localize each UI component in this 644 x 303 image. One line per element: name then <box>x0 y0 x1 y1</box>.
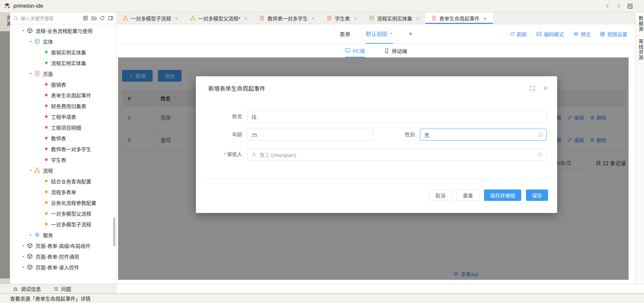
doc-tab-label: 一对多模型子流程 <box>131 15 171 22</box>
cube-icon <box>27 243 33 249</box>
tab-form[interactable]: 表单 <box>339 24 350 44</box>
close-tab-icon[interactable]: × <box>484 15 487 21</box>
page-dot-icon <box>45 104 48 107</box>
tree-item[interactable]: 报销实例实体集 <box>10 47 116 57</box>
new-folder-icon[interactable] <box>91 15 97 21</box>
caret-right-icon[interactable] <box>29 233 33 237</box>
caret-down-icon[interactable] <box>29 40 33 43</box>
close-tab-icon[interactable]: × <box>416 15 419 21</box>
tree-item[interactable]: 流程-业务流程配置与使用 <box>10 25 116 36</box>
tree-item[interactable]: 财务费用归集表 <box>10 100 116 111</box>
sidebar-search-row: 输入关键字搜索 <box>10 12 116 24</box>
approver-label: *审批人 <box>196 148 242 161</box>
age-label: 年龄 <box>196 129 242 141</box>
debug-info-button[interactable]: 调试信息 <box>13 285 41 292</box>
tree-item[interactable]: 服务 <box>10 229 116 240</box>
view-settings-button[interactable]: 视图设置 <box>600 31 627 38</box>
close-tab-icon[interactable]: × <box>354 15 357 21</box>
caret-down-icon[interactable] <box>21 29 25 33</box>
tree-item[interactable]: 页面-表单-录入控件 <box>10 262 116 272</box>
save-and-continue-button[interactable]: 保存并继续 <box>484 189 521 201</box>
doc-tab-label: 一对多模型父流程* <box>198 15 240 22</box>
fullscreen-icon[interactable] <box>530 85 535 91</box>
doc-tab[interactable]: 流程实例实体集 × <box>363 12 425 24</box>
tree-item[interactable]: 教师表一对多学生 <box>10 143 116 154</box>
tree-item-label: 服务 <box>43 231 53 239</box>
name-field[interactable] <box>247 111 547 123</box>
approver-field[interactable] <box>247 148 547 161</box>
close-tab-icon[interactable]: × <box>312 15 315 21</box>
code-mode-button[interactable]: 编码模式 <box>536 31 564 38</box>
tree-item[interactable]: 页面-表单-控件通用 <box>10 251 116 262</box>
caret-down-icon[interactable] <box>29 72 33 76</box>
search-input[interactable]: 输入关键字搜索 <box>21 15 83 21</box>
tree-item-label: 一对多模型父流程 <box>51 210 91 217</box>
close-tab-icon[interactable]: × <box>245 15 248 21</box>
tree-item[interactable]: 实体 <box>10 36 116 47</box>
tree-item-label: 报销表 <box>51 81 66 88</box>
caret-down-icon[interactable] <box>21 265 25 269</box>
reset-button[interactable]: 重置 <box>457 189 479 201</box>
tree-item[interactable]: 学生表 <box>10 154 116 165</box>
back-chevron-icon[interactable] <box>605 3 610 9</box>
tree-item[interactable]: 页面-表单-高级/布局组件 <box>10 240 116 251</box>
doc-tab[interactable]: 学生表 × <box>321 12 363 24</box>
bottom-strip: 调试信息 问题 <box>0 284 644 293</box>
forward-chevron-icon[interactable] <box>616 3 622 9</box>
doc-tab[interactable]: 一对多模型子流程 × <box>117 12 184 24</box>
preview-button[interactable]: 预览 <box>573 31 591 38</box>
sidebar-scrollbar[interactable] <box>113 217 115 246</box>
clear-field-icon[interactable] <box>538 132 543 137</box>
save-button[interactable]: 保存 <box>526 189 548 201</box>
caret-right-icon[interactable] <box>21 255 25 258</box>
tree-item[interactable]: 流程实例实体集 <box>10 57 116 68</box>
tab-pc[interactable]: PC端 <box>345 44 365 57</box>
tree-item[interactable]: 一对多模型父流程 <box>10 208 116 219</box>
device-tab-bar: PC端 移动端 <box>117 44 635 57</box>
tree-item[interactable]: 结合业务查询配置 <box>10 176 116 186</box>
tree-item[interactable]: 工程项目明细 <box>10 122 116 133</box>
cancel-button[interactable]: 取消 <box>429 189 452 201</box>
gear-icon <box>34 232 40 238</box>
code-icon <box>536 31 542 37</box>
doc-tab[interactable]: 一对多模型父流程* × <box>184 12 254 24</box>
gender-field[interactable] <box>420 129 547 141</box>
close-icon[interactable] <box>543 85 548 91</box>
rail-tab-datasource[interactable]: 数据源 <box>636 12 644 36</box>
phone-icon <box>384 48 389 53</box>
tab-default-view[interactable]: 默认视图 <box>366 24 393 44</box>
search-icon[interactable] <box>537 152 543 157</box>
close-tab-icon[interactable]: × <box>175 15 178 21</box>
age-field[interactable] <box>247 129 374 141</box>
doc-tab-active[interactable]: 表单生命周起事件 × <box>425 12 493 24</box>
add-view-button[interactable]: + <box>409 24 412 44</box>
flow-icon <box>123 15 128 21</box>
caret-right-icon[interactable] <box>21 244 25 248</box>
tab-mobile[interactable]: 移动端 <box>384 44 407 57</box>
cube-icon <box>27 253 33 259</box>
refresh-button[interactable]: 刷新 <box>510 31 527 38</box>
tree-item-label: 一对多模型子流程 <box>51 221 91 228</box>
collapse-panel-icon[interactable] <box>108 15 113 21</box>
refresh-tree-icon[interactable] <box>100 15 105 21</box>
right-activity-rail: 数据源 离线资源 <box>635 12 644 284</box>
tree-item[interactable]: 工程申请表 <box>10 111 116 122</box>
tree-item-label: 流程-业务流程配置与使用 <box>36 27 93 34</box>
caret-down-icon[interactable] <box>29 169 33 172</box>
locate-file-icon[interactable] <box>83 15 88 21</box>
tree-item[interactable]: 表单生命周起事件 <box>10 90 116 100</box>
tree-item[interactable]: 流程多表单 <box>10 186 116 197</box>
tree-item[interactable]: 页面 <box>10 68 116 79</box>
save-window-icon[interactable] <box>627 3 633 9</box>
tree-item[interactable]: 业务化流程参数配置 <box>10 197 116 208</box>
doc-tab[interactable]: 教师表一对多学生 × <box>253 12 321 24</box>
rail-tab-offline-resources[interactable]: 离线资源 <box>636 36 644 64</box>
page-dot-icon <box>45 115 48 118</box>
resource-sidebar: 输入关键字搜索 流程-业务流程配置与使用 实体 报销实例实体集 流程实例实体集 … <box>10 12 116 284</box>
tree-item[interactable]: 报销表 <box>10 79 116 90</box>
tree-item[interactable]: 流程 <box>10 165 116 176</box>
tree-item[interactable]: 教师表 <box>10 133 116 143</box>
tree-item[interactable]: 一对多模型子流程 <box>10 219 116 229</box>
problems-button[interactable]: 问题 <box>53 285 71 292</box>
monitor-icon <box>345 48 351 53</box>
